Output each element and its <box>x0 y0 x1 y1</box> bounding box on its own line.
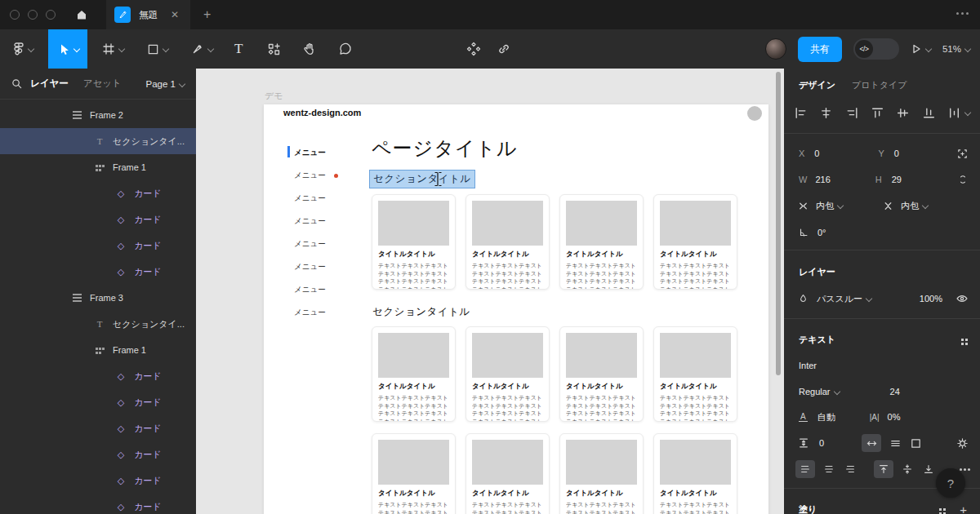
line-height-value[interactable]: 自動 <box>817 411 835 423</box>
dev-mode-toggle[interactable]: </> <box>853 38 899 60</box>
actions-tool[interactable] <box>261 29 287 69</box>
frame-label[interactable]: デモ <box>265 90 283 102</box>
card[interactable]: タイトルタイトル テキストテキストテキストテキストテキストテキストテキストテキス… <box>653 326 737 422</box>
design-canvas[interactable]: デモ wentz-design.com メニューメニューメニューメニューメニュー… <box>196 69 784 514</box>
layer-row[interactable]: ◇ カード <box>0 389 196 415</box>
more-text-options-icon[interactable] <box>960 468 962 471</box>
selected-text-node[interactable]: セクションタイトル <box>370 171 474 188</box>
site-menu-item[interactable]: メニュー <box>287 164 361 187</box>
layer-row[interactable]: ◇ カード <box>0 259 196 285</box>
card[interactable]: タイトルタイトル テキストテキストテキストテキストテキストテキストテキストテキス… <box>372 194 456 290</box>
card[interactable]: タイトルタイトル テキストテキストテキストテキストテキストテキストテキストテキス… <box>372 433 456 514</box>
card[interactable]: タイトルタイトル テキストテキストテキストテキストテキストテキストテキストテキス… <box>372 326 456 422</box>
titlebar-more-icon[interactable] <box>956 12 969 15</box>
layer-row[interactable]: T セクションタイ... <box>0 128 196 154</box>
card[interactable]: タイトルタイトル テキストテキストテキストテキストテキストテキストテキストテキス… <box>653 194 737 290</box>
layer-row[interactable]: Frame 1 <box>0 337 196 363</box>
x-value[interactable]: 0 <box>814 148 819 158</box>
align-vertical-center-icon[interactable] <box>896 106 910 120</box>
blend-mode-value[interactable]: パススルー <box>817 293 862 305</box>
home-icon[interactable] <box>72 5 91 24</box>
layer-row[interactable]: ◇ カード <box>0 233 196 259</box>
layer-row[interactable]: ◇ カード <box>0 206 196 233</box>
text-valign-top-button[interactable] <box>874 460 893 478</box>
shape-tool[interactable] <box>140 29 175 69</box>
site-menu-item[interactable]: メニュー <box>287 255 361 278</box>
width-value[interactable]: 216 <box>815 175 830 184</box>
tab-prototype[interactable]: プロトタイプ <box>852 79 907 91</box>
frame-tool[interactable] <box>96 29 131 69</box>
main-menu-button[interactable] <box>7 29 40 69</box>
site-menu-item[interactable]: メニュー <box>287 301 361 324</box>
canvas-scrollbar[interactable] <box>776 72 781 375</box>
pen-tool[interactable] <box>185 29 220 69</box>
zoom-selector[interactable]: 51% <box>942 44 970 54</box>
opacity-value[interactable]: 100% <box>920 294 942 304</box>
constraints-icon[interactable] <box>956 148 969 160</box>
site-menu-item[interactable]: メニュー <box>287 233 361 255</box>
font-size-value[interactable]: 24 <box>890 387 900 397</box>
layer-row[interactable]: Frame 3 <box>0 285 196 311</box>
layer-row[interactable]: Frame 1 <box>0 154 196 180</box>
letter-spacing-value[interactable]: 0% <box>888 412 901 422</box>
move-tool[interactable] <box>48 29 87 69</box>
layer-row[interactable]: Frame 2 <box>0 102 196 128</box>
text-align-right-button[interactable] <box>844 463 856 475</box>
layer-row[interactable]: T セクションタイ... <box>0 311 196 337</box>
site-menu-item[interactable]: メニュー <box>287 210 361 233</box>
window-zoom-button[interactable] <box>46 10 56 20</box>
layer-row[interactable]: ◇ カード <box>0 415 196 441</box>
text-tool[interactable]: T <box>228 29 249 69</box>
add-fill-icon[interactable]: + <box>960 503 967 514</box>
layer-row[interactable]: ◇ カード <box>0 494 196 514</box>
align-right-icon[interactable] <box>845 106 859 120</box>
align-top-icon[interactable] <box>871 106 884 120</box>
fixed-size-button[interactable] <box>910 437 922 450</box>
lock-aspect-icon[interactable] <box>957 174 969 185</box>
auto-width-button[interactable] <box>862 434 881 452</box>
align-left-icon[interactable] <box>794 106 808 120</box>
eye-icon[interactable] <box>956 292 969 305</box>
user-avatar[interactable] <box>765 38 786 60</box>
text-styles-icon[interactable] <box>961 339 964 341</box>
page-selector[interactable]: Page 1 <box>146 79 185 89</box>
text-align-center-button[interactable] <box>823 463 835 475</box>
card[interactable]: タイトルタイトル テキストテキストテキストテキストテキストテキストテキストテキス… <box>466 326 550 422</box>
hand-tool[interactable] <box>296 29 323 69</box>
height-value[interactable]: 29 <box>892 175 902 184</box>
section-title-2[interactable]: セクションタイトル <box>372 305 470 319</box>
align-bottom-icon[interactable] <box>922 106 936 120</box>
site-logo-text[interactable]: wentz-design.com <box>283 108 361 117</box>
y-value[interactable]: 0 <box>894 148 899 158</box>
vertical-sizing-value[interactable]: 内包 <box>901 200 919 212</box>
fill-styles-icon[interactable] <box>939 508 942 511</box>
layer-row[interactable]: ◇ カード <box>0 467 196 494</box>
card[interactable]: タイトルタイトル テキストテキストテキストテキストテキストテキストテキストテキス… <box>466 194 550 290</box>
site-menu-item[interactable]: メニュー <box>287 278 361 301</box>
file-tab[interactable]: 無題 ✕ <box>106 0 190 29</box>
window-close-button[interactable] <box>10 10 20 20</box>
card[interactable]: タイトルタイトル テキストテキストテキストテキストテキストテキストテキストテキス… <box>559 326 644 422</box>
site-menu-item[interactable]: メニュー <box>287 141 361 164</box>
design-frame[interactable]: wentz-design.com メニューメニューメニューメニューメニューメニュ… <box>264 104 768 514</box>
text-align-left-button[interactable] <box>795 460 815 478</box>
horizontal-sizing-value[interactable]: 内包 <box>816 200 834 212</box>
distribute-menu[interactable] <box>947 106 970 120</box>
card[interactable]: タイトルタイトル テキストテキストテキストテキストテキストテキストテキストテキス… <box>559 194 644 290</box>
search-icon[interactable] <box>11 78 22 89</box>
close-tab-icon[interactable]: ✕ <box>167 7 182 22</box>
layer-row[interactable]: ◇ カード <box>0 441 196 467</box>
share-button[interactable]: 共有 <box>798 37 842 62</box>
present-button[interactable] <box>911 43 931 55</box>
site-menu-item[interactable]: メニュー <box>287 187 361 210</box>
tab-layers[interactable]: レイヤー <box>30 78 69 90</box>
auto-height-button[interactable] <box>889 437 902 450</box>
card[interactable]: タイトルタイトル テキストテキストテキストテキストテキストテキストテキストテキス… <box>559 433 644 514</box>
align-horizontal-center-icon[interactable] <box>819 106 833 120</box>
comment-tool[interactable] <box>332 29 359 69</box>
tab-design[interactable]: デザイン <box>799 79 835 91</box>
window-minimize-button[interactable] <box>28 10 38 20</box>
type-settings-icon[interactable] <box>956 437 969 450</box>
link-icon[interactable] <box>497 42 511 56</box>
text-valign-middle-button[interactable] <box>902 463 913 475</box>
